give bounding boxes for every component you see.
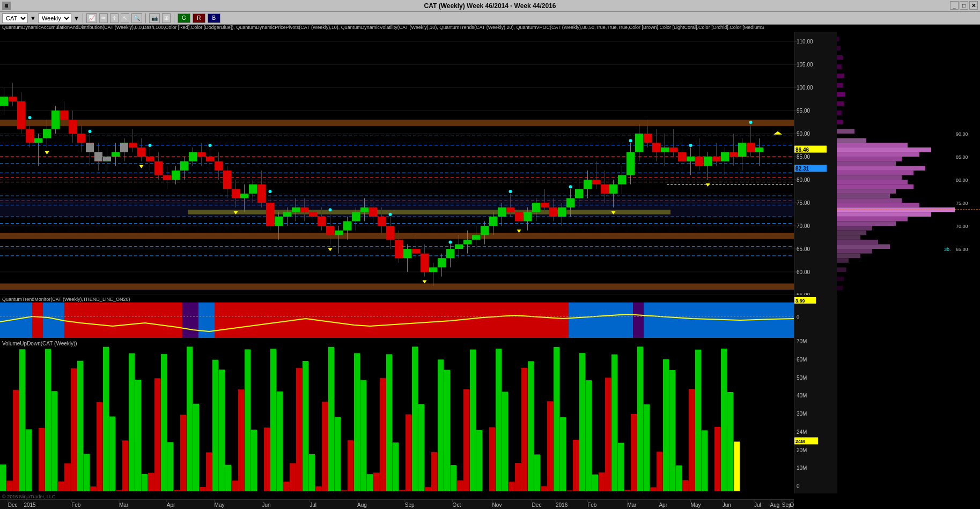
price-scale-canvas — [794, 32, 837, 295]
copyright: © 2016 NinjaTrader, LLC — [2, 494, 55, 499]
x-axis — [0, 499, 794, 509]
line-chart-btn[interactable]: 📈 — [86, 13, 97, 23]
volume-canvas — [0, 338, 794, 493]
price-scale — [794, 32, 837, 295]
x-axis-canvas — [0, 500, 794, 509]
crosshair-btn[interactable]: ✛ — [110, 13, 119, 23]
pencil-btn[interactable]: ✏ — [99, 13, 108, 23]
maximize-button[interactable]: □ — [960, 1, 968, 10]
screenshot-btn[interactable]: 📷 — [149, 13, 160, 23]
trend-monitor-panel: QuantumTrendMonitor(CAT (Weekly),TREND_L… — [0, 295, 794, 338]
vpoc-sidebar — [837, 32, 980, 295]
main-chart — [0, 32, 794, 295]
symbol-select[interactable]: CAT — [2, 13, 28, 23]
vpoc-canvas — [837, 32, 980, 295]
arrow-btn[interactable]: ↖ — [121, 13, 129, 23]
blue-btn[interactable]: B — [208, 13, 220, 23]
volume-scale — [794, 338, 837, 493]
title-bar: 🖥 CAT (Weekly) Week 46/2014 - Week 44/20… — [0, 0, 980, 12]
window-title: CAT (Weekly) Week 46/2014 - Week 44/2016 — [424, 2, 556, 10]
volume-scale-canvas — [794, 338, 837, 493]
chart-canvas — [0, 32, 794, 295]
close-button[interactable]: ✕ — [969, 1, 978, 10]
trend-canvas — [0, 295, 794, 338]
indicator-label: QuantumDynamicAccumulationAndDistributio… — [0, 25, 980, 32]
red-btn[interactable]: R — [193, 13, 205, 23]
volume-panel: VolumeUpDown(CAT (Weekly)) — [0, 338, 794, 493]
trend-monitor-scale — [794, 295, 837, 338]
toolbar: CAT ▼ Weekly ▼ 📈 ✏ ✛ ↖ 🔍 📷 ⊞ G R B — [0, 12, 980, 25]
zoom-btn[interactable]: 🔍 — [131, 13, 142, 23]
title-icon: 🖥 — [2, 2, 11, 10]
minimize-button[interactable]: _ — [950, 1, 959, 10]
window-controls[interactable]: _ □ ✕ — [950, 1, 978, 10]
grid-btn[interactable]: ⊞ — [162, 13, 171, 23]
green-btn[interactable]: G — [178, 13, 190, 23]
timeframe-select[interactable]: Weekly — [38, 13, 71, 23]
trend-scale-canvas — [794, 295, 837, 338]
